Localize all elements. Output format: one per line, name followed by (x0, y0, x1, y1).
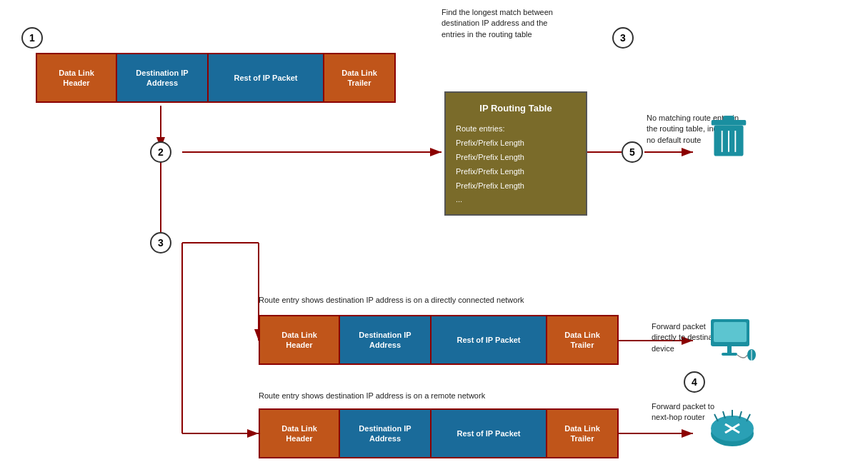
cell-rest-ip-2: Rest of IP Packet (431, 316, 546, 363)
packet-direct: Data LinkHeader Destination IPAddress Re… (259, 315, 619, 365)
circle-4: 4 (684, 371, 705, 393)
svg-rect-14 (724, 116, 734, 121)
route-entry-4: Prefix/Prefix Length (456, 179, 576, 194)
svg-rect-20 (727, 346, 732, 353)
computer-icon (707, 318, 757, 364)
cell-data-link-trailer-1: Data LinkTrailer (323, 54, 394, 101)
cell-data-link-header-1: Data LinkHeader (37, 54, 116, 101)
cell-data-link-trailer-2: Data LinkTrailer (546, 316, 617, 363)
cell-data-link-trailer-3: Data LinkTrailer (546, 410, 617, 457)
packet-top: Data LinkHeader Destination IPAddress Re… (36, 53, 396, 103)
diagram: 1 Data LinkHeader Destination IPAddress … (0, 0, 868, 462)
router-icon (707, 408, 757, 455)
cell-rest-ip-3: Rest of IP Packet (431, 410, 546, 457)
route-entry-2: Prefix/Prefix Length (456, 151, 576, 165)
cell-dest-ip-3: Destination IPAddress (339, 410, 431, 457)
route-entry-1: Prefix/Prefix Length (456, 136, 576, 151)
route-entry-3: Prefix/Prefix Length (456, 165, 576, 179)
routing-table: IP Routing Table Route entries: Prefix/P… (444, 91, 587, 216)
trash-icon (707, 111, 750, 161)
circle-5: 5 (622, 141, 643, 163)
svg-rect-21 (722, 353, 737, 356)
circle-1: 1 (21, 27, 43, 49)
label-forward-next-hop: Forward packet tonext-hop router (652, 401, 714, 423)
circle-2: 2 (150, 141, 171, 163)
cell-dest-ip-1: Destination IPAddress (116, 54, 209, 101)
label-remote-network: Route entry shows destination IP address… (259, 391, 485, 401)
svg-rect-19 (714, 322, 747, 342)
routing-table-title: IP Routing Table (456, 100, 576, 116)
circle-3-bot: 3 (150, 232, 171, 253)
cell-data-link-header-3: Data LinkHeader (260, 410, 339, 457)
route-entries-label: Route entries: (456, 122, 576, 136)
label-direct-network: Route entry shows destination IP address… (259, 295, 524, 306)
cell-data-link-header-2: Data LinkHeader (260, 316, 339, 363)
cell-rest-ip-1: Rest of IP Packet (209, 54, 323, 101)
packet-remote: Data LinkHeader Destination IPAddress Re… (259, 408, 619, 458)
cell-dest-ip-2: Destination IPAddress (339, 316, 431, 363)
route-entry-5: ... (456, 193, 576, 207)
circle-3-top: 3 (612, 27, 634, 49)
label-find-longest-match: Find the longest match betweendestinatio… (442, 7, 553, 40)
